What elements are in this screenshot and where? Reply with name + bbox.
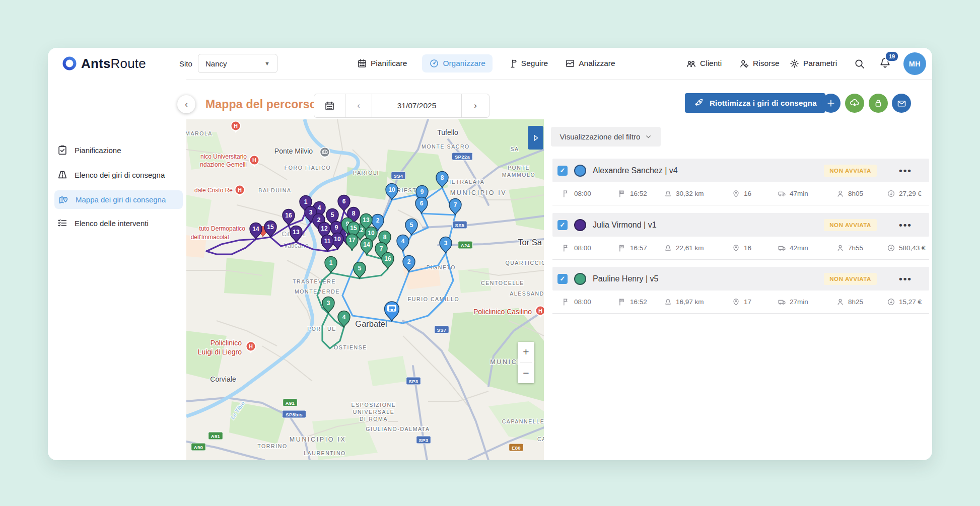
distance-stat: 22,61 km <box>664 237 704 259</box>
route-menu-button[interactable]: ••• <box>899 276 912 281</box>
svg-text:SP8bis: SP8bis <box>286 412 302 417</box>
route-menu-button[interactable]: ••• <box>899 223 912 228</box>
person-icon <box>836 298 845 306</box>
finish-flag-icon <box>618 298 626 306</box>
filter-view-dropdown[interactable]: Visualizzazione del filtro <box>551 127 661 147</box>
prev-date-button[interactable]: ‹ <box>345 94 372 117</box>
download-circle-icon <box>887 189 895 198</box>
map-label: FORO ITALICO <box>285 165 331 171</box>
svg-text:H: H <box>234 123 238 129</box>
svg-text:4: 4 <box>318 204 321 211</box>
map-label: ESPOSIZIONE <box>352 402 396 408</box>
map-label: BALDUINA <box>258 187 291 193</box>
collapse-sidebar-button[interactable]: ‹ <box>177 95 195 113</box>
notifications-button[interactable]: 19 <box>879 48 891 79</box>
road-badge: E80 <box>509 444 524 451</box>
pin-icon <box>732 298 740 306</box>
map-green-area <box>368 356 408 386</box>
map-label: FURIO CAMILLO <box>408 296 459 302</box>
next-date-button[interactable]: › <box>462 94 489 117</box>
nav-risorse[interactable]: Risorse <box>739 48 780 79</box>
zoom-in-button[interactable]: + <box>518 342 534 363</box>
route-card: Alexandre Sanchez | v4 NON AVVIATA ••• 0… <box>552 159 929 205</box>
map-label: Corviale <box>210 375 236 383</box>
nav-pianificare[interactable]: Pianificare <box>355 54 409 73</box>
sidebar-item-mappa-giri[interactable]: Mappa dei giri di consegna <box>54 190 183 209</box>
svg-text:8: 8 <box>441 174 444 181</box>
nav-label: Seguire <box>521 59 548 68</box>
nav-clienti[interactable]: Clienti <box>686 48 722 79</box>
svg-text:6: 6 <box>342 198 346 205</box>
map-canvas[interactable]: MAROLATufelloMONTE SACROSAPONTEMAMMOLOPo… <box>186 119 544 460</box>
distance-stat: 16,97 km <box>664 291 704 313</box>
map-label: Tufello <box>437 128 458 136</box>
road-icon <box>664 189 672 198</box>
end-time-stat: 16:52 <box>618 182 647 205</box>
route-checkbox[interactable] <box>557 166 568 176</box>
map-label: MUNICIPIO IV <box>450 189 507 196</box>
site-select[interactable]: Nancy ▼ <box>198 54 277 73</box>
nav-label: Parametri <box>803 59 837 68</box>
collapse-panel-button[interactable] <box>528 126 543 150</box>
svg-text:14: 14 <box>252 226 259 233</box>
svg-text:10: 10 <box>368 230 375 237</box>
map-label: ndazione Gemelli <box>200 161 247 168</box>
nav-analizzare[interactable]: Analizzare <box>563 54 617 73</box>
cloud-download-button[interactable] <box>845 94 864 113</box>
nav-parametri[interactable]: Parametri <box>789 48 837 79</box>
map[interactable]: MAROLATufelloMONTE SACROSAPONTEMAMMOLOPo… <box>186 119 544 460</box>
search-button[interactable] <box>854 48 865 79</box>
map-green-area <box>224 258 274 296</box>
svg-text:2: 2 <box>317 216 321 224</box>
nav-seguire[interactable]: Seguire <box>506 54 550 73</box>
svg-text:8: 8 <box>383 234 387 241</box>
svg-text:14: 14 <box>363 241 370 248</box>
start-time-stat: 08:00 <box>562 182 591 205</box>
calendar-icon <box>357 58 367 68</box>
svg-text:10: 10 <box>334 236 341 243</box>
map-zoom-control: + − <box>518 342 534 383</box>
route-card: Julia Virmond | v1 NON AVVIATA ••• 08:00… <box>552 213 929 260</box>
road-badge: A24 <box>458 241 473 249</box>
map-label: PIETRALATA <box>445 179 485 185</box>
route-card-header[interactable]: Julia Virmond | v1 NON AVVIATA ••• <box>552 213 929 237</box>
svg-text:7: 7 <box>380 245 383 252</box>
add-button[interactable] <box>821 94 841 113</box>
start-time-stat: 08:00 <box>562 291 591 313</box>
map-label: UNIVERSALE <box>353 409 395 415</box>
date-value[interactable]: 31/07/2025 <box>372 94 462 117</box>
mail-button[interactable] <box>892 94 911 113</box>
stops-stat: 16 <box>732 237 751 259</box>
sidebar-item-elenco-interventi[interactable]: Elenco delle interventi <box>57 215 149 231</box>
map-label: nico Universitario <box>200 153 247 160</box>
app-logo-text: AntsRoute <box>81 56 146 71</box>
lock-button[interactable] <box>869 94 888 113</box>
svg-text:2: 2 <box>407 258 411 265</box>
road-icon <box>664 298 672 306</box>
zoom-out-button[interactable]: − <box>518 363 534 384</box>
svg-text:1: 1 <box>329 259 333 266</box>
nav-organizzare[interactable]: Organizzare <box>422 54 492 73</box>
sidebar: Pianificazione Elenco dei giri di conseg… <box>48 79 186 460</box>
route-checkbox[interactable] <box>557 220 568 230</box>
svg-text:16: 16 <box>285 212 292 219</box>
sidebar-item-elenco-giri[interactable]: Elenco dei giri di consegna <box>57 167 165 182</box>
svg-text:5: 5 <box>331 211 334 219</box>
pin-icon <box>732 244 740 252</box>
reoptimize-button[interactable]: Riottimizza i giri di consegna <box>685 93 825 113</box>
finish-flag-icon <box>618 244 626 252</box>
route-checkbox[interactable] <box>557 274 568 284</box>
road-badge: SS7 <box>435 326 449 333</box>
svg-text:SP22a: SP22a <box>455 154 470 160</box>
calendar-button[interactable] <box>314 94 345 117</box>
resources-icon <box>739 58 749 69</box>
map-label: Luigi di Liegro <box>198 348 242 356</box>
road-icon <box>57 169 68 180</box>
svg-text:15: 15 <box>350 225 357 232</box>
avatar[interactable]: MH <box>903 52 926 75</box>
route-menu-button[interactable]: ••• <box>899 168 912 173</box>
app-logo[interactable]: AntsRoute <box>62 48 146 79</box>
sidebar-item-pianificazione[interactable]: Pianificazione <box>57 142 121 158</box>
route-card-header[interactable]: Alexandre Sanchez | v4 NON AVVIATA ••• <box>552 159 929 182</box>
route-card-header[interactable]: Pauline Henry | v5 NON AVVIATA ••• <box>552 267 929 291</box>
